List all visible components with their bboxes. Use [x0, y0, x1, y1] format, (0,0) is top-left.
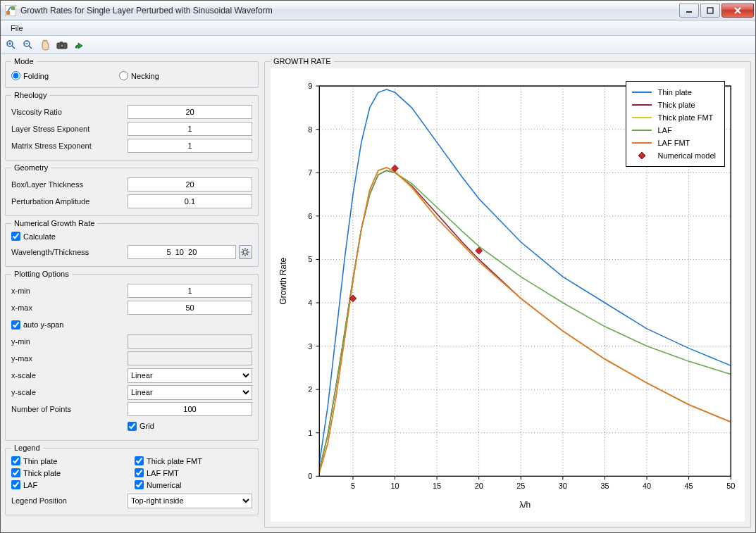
svg-text:10: 10: [390, 482, 399, 490]
legend-checkbox[interactable]: LAF: [11, 480, 129, 489]
svg-text:5: 5: [351, 482, 355, 490]
wavelength-label: Wavelength/Thickness: [11, 248, 128, 256]
svg-text:35: 35: [600, 482, 609, 490]
zoom-out-icon[interactable]: [20, 37, 36, 53]
svg-text:5: 5: [308, 255, 312, 263]
checkbox-label: Thick plate FMT: [147, 457, 202, 465]
matrix-exp-input[interactable]: [128, 139, 252, 153]
controls-panel: Mode Folding Necking Rheology Viscosity …: [5, 57, 259, 528]
zoom-in-icon[interactable]: [4, 37, 19, 53]
svg-text:3: 3: [308, 342, 312, 351]
legend-checkbox[interactable]: Numerical: [135, 480, 252, 489]
toolbar: [1, 36, 755, 54]
growth-rate-fieldset: GROWTH RATE 5101520253035404550012345678…: [264, 57, 751, 528]
svg-line-22: [242, 254, 243, 255]
wavelength-input[interactable]: [128, 245, 236, 259]
content-area: Mode Folding Necking Rheology Viscosity …: [1, 54, 755, 532]
minimize-button[interactable]: [679, 4, 699, 18]
svg-text:15: 15: [433, 482, 441, 490]
legend-entry: Thin plate: [632, 86, 716, 99]
export-icon[interactable]: [71, 37, 87, 53]
checkbox-label: LAF FMT: [147, 469, 179, 477]
xmax-input[interactable]: [128, 301, 252, 315]
legend-text: Thick plate: [657, 101, 695, 109]
svg-text:4: 4: [308, 299, 312, 307]
xscale-label: x-scale: [11, 371, 128, 380]
viscosity-ratio-label: Viscosity Ratio: [11, 108, 128, 116]
maximize-button[interactable]: [700, 4, 720, 18]
svg-rect-2: [11, 6, 15, 10]
npoints-label: Number of Points: [11, 405, 128, 413]
mode-folding-radio[interactable]: Folding: [11, 71, 49, 80]
camera-icon[interactable]: [54, 37, 70, 53]
legend-checkbox[interactable]: LAF FMT: [135, 468, 252, 477]
window-title: Growth Rates for Single Layer Perturbed …: [20, 6, 678, 15]
npoints-input[interactable]: [128, 402, 252, 416]
svg-text:λ/h: λ/h: [519, 500, 531, 510]
grid-checkbox[interactable]: Grid: [128, 422, 154, 431]
perturbation-input[interactable]: [128, 194, 252, 208]
box-thickness-label: Box/Layer Thickness: [11, 180, 128, 189]
legend-checkbox[interactable]: Thick plate FMT: [135, 456, 252, 465]
legend-entry: Thick plate FMT: [632, 111, 716, 124]
menu-file[interactable]: File: [5, 23, 29, 34]
svg-text:7: 7: [308, 168, 312, 177]
svg-line-6: [12, 46, 15, 49]
chart-legend[interactable]: Thin plateThick plateThick plate FMTLAFL…: [626, 81, 725, 167]
checkbox-label: Grid: [140, 422, 154, 430]
checkbox-label: Thick plate: [23, 469, 61, 477]
numerical-group: Numerical Growth Rate Calculate Waveleng…: [5, 219, 259, 267]
svg-text:Growth Rate: Growth Rate: [278, 258, 288, 305]
calculate-checkbox[interactable]: Calculate: [11, 232, 252, 241]
ymin-label: y-min: [11, 337, 128, 346]
legend-entry: Numerical model: [632, 149, 716, 162]
ymin-input: [128, 334, 252, 349]
svg-text:25: 25: [516, 482, 525, 490]
numerical-legend: Numerical Growth Rate: [11, 219, 97, 227]
checkbox-label: Calculate: [23, 232, 56, 241]
plotting-group: Plotting Options x-min x-max auto y-span…: [5, 270, 259, 441]
box-thickness-input[interactable]: [128, 177, 252, 192]
svg-text:8: 8: [308, 125, 312, 134]
close-button[interactable]: [721, 4, 754, 18]
legend-checkbox[interactable]: Thick plate: [11, 468, 129, 477]
svg-text:50: 50: [726, 482, 735, 490]
svg-text:6: 6: [308, 212, 312, 220]
svg-point-15: [243, 250, 247, 254]
svg-rect-4: [707, 8, 713, 13]
growth-rate-title: GROWTH RATE: [271, 57, 334, 65]
legend-position-select[interactable]: Top-right inside: [128, 494, 252, 508]
mode-necking-radio[interactable]: Necking: [119, 71, 159, 80]
perturbation-label: Perturbation Amplitude: [11, 197, 128, 206]
legend-text: Thin plate: [657, 88, 691, 96]
rheology-group: Rheology Viscosity Ratio Layer Stress Ex…: [5, 91, 259, 161]
app-icon: [5, 5, 16, 16]
yscale-select[interactable]: Linear: [128, 385, 252, 400]
svg-text:40: 40: [643, 482, 651, 490]
chart-area[interactable]: 51015202530354045500123456789λ/hGrowth R…: [271, 68, 745, 522]
legend-text: Numerical model: [657, 151, 716, 160]
viscosity-ratio-input[interactable]: [128, 105, 252, 119]
pan-icon[interactable]: [37, 37, 53, 53]
mode-group: Mode Folding Necking: [5, 57, 259, 88]
xscale-select[interactable]: Linear: [128, 368, 252, 383]
legend-text: Thick plate FMT: [657, 113, 713, 122]
matrix-exp-label: Matrix Stress Exponent: [11, 142, 128, 150]
svg-text:1: 1: [308, 429, 312, 437]
app-window: Growth Rates for Single Layer Perturbed …: [0, 0, 756, 533]
legend-position-label: Legend Position: [11, 496, 128, 505]
legend-checkbox[interactable]: Thin plate: [11, 456, 129, 465]
settings-button[interactable]: [239, 245, 252, 259]
titlebar[interactable]: Growth Rates for Single Layer Perturbed …: [1, 1, 755, 20]
layer-exp-input[interactable]: [128, 122, 252, 136]
svg-text:0: 0: [308, 472, 312, 480]
auto-yspan-checkbox[interactable]: auto y-span: [11, 316, 252, 333]
plotting-legend: Plotting Options: [11, 270, 72, 278]
svg-line-10: [29, 46, 32, 49]
radio-label: Folding: [23, 72, 49, 80]
mode-legend: Mode: [11, 57, 37, 65]
xmin-input[interactable]: [128, 284, 252, 298]
svg-text:30: 30: [559, 482, 567, 490]
svg-text:2: 2: [308, 385, 312, 394]
checkbox-label: auto y-span: [23, 320, 63, 329]
